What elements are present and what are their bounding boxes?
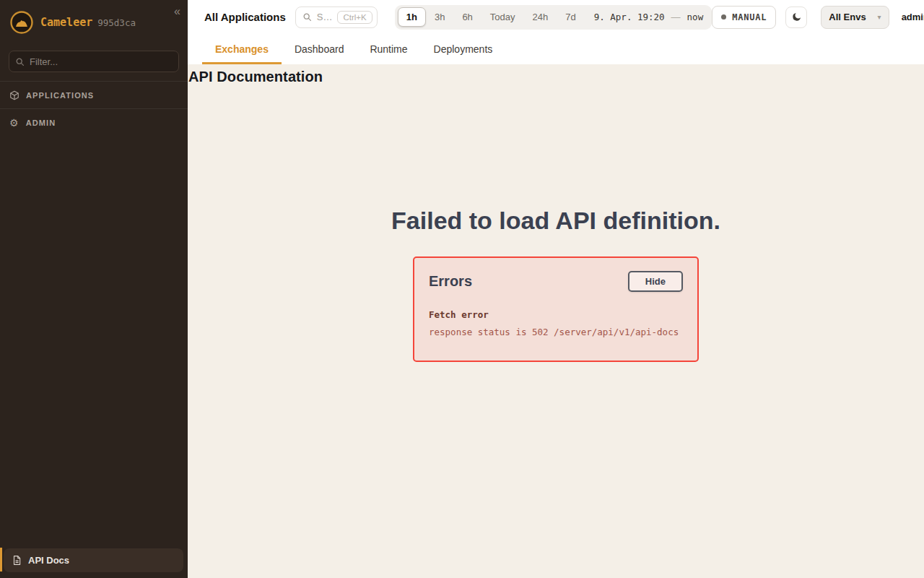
filter-input[interactable] (9, 51, 179, 72)
time-end: now (687, 12, 704, 22)
app-name: Cameleer (40, 16, 92, 29)
tab-runtime[interactable]: Runtime (357, 34, 420, 64)
error-item: Fetch error response status is 502 /serv… (429, 309, 683, 337)
sidebar: Cameleer 995d3ca « APPLICATIONS ⚙ ADMIN (0, 0, 188, 578)
app-logo-icon (10, 11, 33, 34)
time-range-7d[interactable]: 7d (557, 7, 584, 27)
errors-panel: Errors Hide Fetch error response status … (413, 256, 699, 362)
sidebar-item-label: ADMIN (26, 118, 56, 127)
search-icon (302, 12, 312, 22)
app-instance-id: 995d3ca (97, 17, 136, 28)
time-range-3h[interactable]: 3h (426, 7, 453, 27)
time-range-selector: 1h 3h 6h Today 24h 7d 9. Apr. 19:20 — no… (395, 5, 712, 30)
sidebar-filter (9, 51, 179, 72)
active-item-accent-bar (0, 548, 2, 571)
search-shortcut-badge: Ctrl+K (337, 11, 372, 24)
document-icon (12, 555, 22, 566)
tab-dashboard[interactable]: Dashboard (282, 34, 357, 64)
time-range-today[interactable]: Today (481, 7, 524, 27)
page-title: API Documentation (188, 69, 924, 85)
api-docs-label: API Docs (28, 555, 69, 566)
tab-exchanges[interactable]: Exchanges (202, 34, 282, 64)
main-content: API Documentation Failed to load API def… (188, 64, 924, 578)
sidebar-collapse-button[interactable]: « (174, 6, 180, 17)
manual-label: MANUAL (732, 12, 767, 22)
sidebar-header: Cameleer 995d3ca « (0, 0, 188, 45)
time-range-6h[interactable]: 6h (453, 7, 481, 27)
error-message: response status is 502 /server/api/v1/ap… (429, 327, 683, 337)
time-range-24h[interactable]: 24h (524, 7, 557, 27)
user-menu[interactable]: admin (902, 12, 924, 22)
sidebar-item-label: APPLICATIONS (26, 91, 94, 100)
sidebar-spacer (0, 136, 188, 548)
status-dot-icon (721, 14, 726, 20)
tab-bar: Exchanges Dashboard Runtime Deployments (188, 34, 924, 64)
dark-mode-toggle[interactable] (785, 7, 807, 28)
gear-icon: ⚙ (9, 118, 19, 128)
time-start: 9. Apr. 19:20 (594, 12, 665, 22)
search-placeholder-text: S… (317, 12, 333, 22)
sidebar-item-api-docs[interactable]: API Docs (4, 548, 183, 572)
search-icon (15, 56, 25, 69)
header-title: All Applications (204, 11, 286, 23)
chevron-down-icon: ▾ (878, 13, 881, 21)
environment-value: All Envs (829, 12, 866, 22)
hide-errors-button[interactable]: Hide (628, 271, 683, 292)
package-icon (9, 90, 19, 100)
errors-panel-title: Errors (429, 273, 472, 290)
manual-mode-button[interactable]: MANUAL (712, 6, 776, 29)
top-header: All Applications S… Ctrl+K 1h 3h 6h Toda… (188, 0, 924, 34)
sidebar-item-admin[interactable]: ⚙ ADMIN (0, 108, 188, 136)
time-separator: — (671, 12, 681, 22)
sidebar-item-applications[interactable]: APPLICATIONS (0, 81, 188, 108)
time-display: 9. Apr. 19:20 — now (594, 12, 703, 22)
tab-deployments[interactable]: Deployments (421, 34, 506, 64)
moon-icon (791, 12, 802, 22)
sidebar-footer: API Docs (0, 548, 188, 578)
error-headline: Failed to load API definition. (188, 207, 924, 235)
environment-select[interactable]: All Envs ▾ (821, 6, 889, 29)
global-search-box[interactable]: S… Ctrl+K (295, 7, 378, 28)
errors-panel-header: Errors Hide (429, 271, 683, 292)
main-column: All Applications S… Ctrl+K 1h 3h 6h Toda… (188, 0, 924, 578)
error-title: Fetch error (429, 309, 683, 320)
time-range-1h[interactable]: 1h (398, 7, 426, 27)
